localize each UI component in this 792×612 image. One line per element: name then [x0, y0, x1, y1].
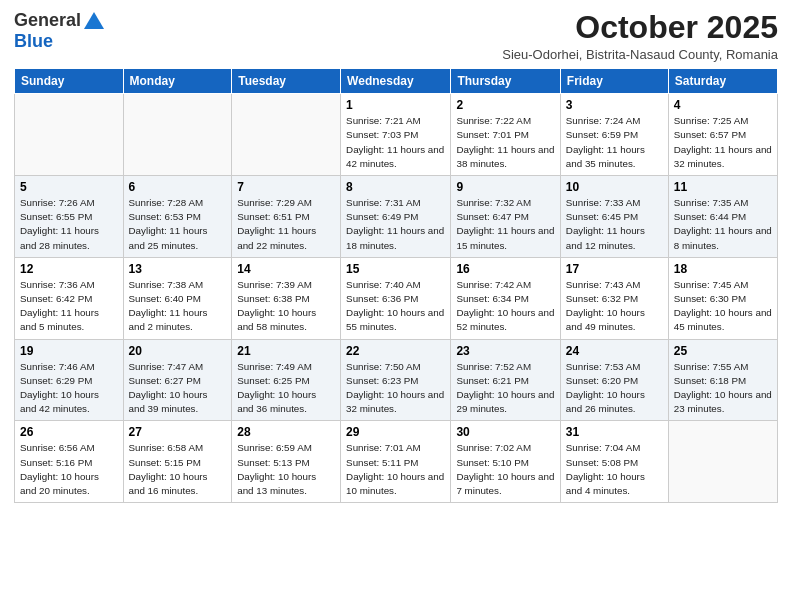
day-number: 1: [346, 98, 445, 112]
day-number: 6: [129, 180, 227, 194]
day-info: Sunrise: 7:47 AM Sunset: 6:27 PM Dayligh…: [129, 360, 227, 417]
day-number: 15: [346, 262, 445, 276]
calendar-cell: 23Sunrise: 7:52 AM Sunset: 6:21 PM Dayli…: [451, 339, 560, 421]
calendar-cell: 15Sunrise: 7:40 AM Sunset: 6:36 PM Dayli…: [341, 257, 451, 339]
day-number: 26: [20, 425, 118, 439]
calendar-table: SundayMondayTuesdayWednesdayThursdayFrid…: [14, 68, 778, 503]
calendar-cell: 16Sunrise: 7:42 AM Sunset: 6:34 PM Dayli…: [451, 257, 560, 339]
day-number: 3: [566, 98, 663, 112]
calendar-cell: 22Sunrise: 7:50 AM Sunset: 6:23 PM Dayli…: [341, 339, 451, 421]
day-info: Sunrise: 6:56 AM Sunset: 5:16 PM Dayligh…: [20, 441, 118, 498]
day-number: 27: [129, 425, 227, 439]
calendar-cell: 21Sunrise: 7:49 AM Sunset: 6:25 PM Dayli…: [232, 339, 341, 421]
calendar-week-row: 5Sunrise: 7:26 AM Sunset: 6:55 PM Daylig…: [15, 176, 778, 258]
day-info: Sunrise: 7:38 AM Sunset: 6:40 PM Dayligh…: [129, 278, 227, 335]
day-number: 18: [674, 262, 772, 276]
weekday-header-monday: Monday: [123, 69, 232, 94]
day-number: 8: [346, 180, 445, 194]
day-info: Sunrise: 7:43 AM Sunset: 6:32 PM Dayligh…: [566, 278, 663, 335]
calendar-cell: 8Sunrise: 7:31 AM Sunset: 6:49 PM Daylig…: [341, 176, 451, 258]
logo-triangle-icon: [83, 11, 105, 31]
day-info: Sunrise: 7:32 AM Sunset: 6:47 PM Dayligh…: [456, 196, 554, 253]
day-info: Sunrise: 7:53 AM Sunset: 6:20 PM Dayligh…: [566, 360, 663, 417]
day-info: Sunrise: 7:02 AM Sunset: 5:10 PM Dayligh…: [456, 441, 554, 498]
day-info: Sunrise: 6:59 AM Sunset: 5:13 PM Dayligh…: [237, 441, 335, 498]
calendar-cell: 3Sunrise: 7:24 AM Sunset: 6:59 PM Daylig…: [560, 94, 668, 176]
weekday-header-saturday: Saturday: [668, 69, 777, 94]
calendar-header-row: SundayMondayTuesdayWednesdayThursdayFrid…: [15, 69, 778, 94]
calendar-cell: [15, 94, 124, 176]
calendar-cell: 9Sunrise: 7:32 AM Sunset: 6:47 PM Daylig…: [451, 176, 560, 258]
calendar-cell: 5Sunrise: 7:26 AM Sunset: 6:55 PM Daylig…: [15, 176, 124, 258]
calendar-cell: 11Sunrise: 7:35 AM Sunset: 6:44 PM Dayli…: [668, 176, 777, 258]
day-info: Sunrise: 7:49 AM Sunset: 6:25 PM Dayligh…: [237, 360, 335, 417]
weekday-header-thursday: Thursday: [451, 69, 560, 94]
day-info: Sunrise: 7:24 AM Sunset: 6:59 PM Dayligh…: [566, 114, 663, 171]
day-info: Sunrise: 7:46 AM Sunset: 6:29 PM Dayligh…: [20, 360, 118, 417]
weekday-header-tuesday: Tuesday: [232, 69, 341, 94]
calendar-cell: 14Sunrise: 7:39 AM Sunset: 6:38 PM Dayli…: [232, 257, 341, 339]
day-info: Sunrise: 7:40 AM Sunset: 6:36 PM Dayligh…: [346, 278, 445, 335]
calendar-cell: 4Sunrise: 7:25 AM Sunset: 6:57 PM Daylig…: [668, 94, 777, 176]
calendar-cell: 6Sunrise: 7:28 AM Sunset: 6:53 PM Daylig…: [123, 176, 232, 258]
calendar-cell: 7Sunrise: 7:29 AM Sunset: 6:51 PM Daylig…: [232, 176, 341, 258]
calendar-cell: 30Sunrise: 7:02 AM Sunset: 5:10 PM Dayli…: [451, 421, 560, 503]
calendar-cell: 13Sunrise: 7:38 AM Sunset: 6:40 PM Dayli…: [123, 257, 232, 339]
location-subtitle: Sieu-Odorhei, Bistrita-Nasaud County, Ro…: [502, 47, 778, 62]
weekday-header-friday: Friday: [560, 69, 668, 94]
calendar-week-row: 19Sunrise: 7:46 AM Sunset: 6:29 PM Dayli…: [15, 339, 778, 421]
day-info: Sunrise: 7:04 AM Sunset: 5:08 PM Dayligh…: [566, 441, 663, 498]
header: General Blue October 2025 Sieu-Odorhei, …: [14, 10, 778, 62]
day-number: 31: [566, 425, 663, 439]
day-number: 7: [237, 180, 335, 194]
day-info: Sunrise: 7:33 AM Sunset: 6:45 PM Dayligh…: [566, 196, 663, 253]
day-number: 12: [20, 262, 118, 276]
day-info: Sunrise: 7:45 AM Sunset: 6:30 PM Dayligh…: [674, 278, 772, 335]
calendar-cell: 27Sunrise: 6:58 AM Sunset: 5:15 PM Dayli…: [123, 421, 232, 503]
page: General Blue October 2025 Sieu-Odorhei, …: [0, 0, 792, 612]
day-info: Sunrise: 7:52 AM Sunset: 6:21 PM Dayligh…: [456, 360, 554, 417]
day-number: 5: [20, 180, 118, 194]
calendar-cell: 17Sunrise: 7:43 AM Sunset: 6:32 PM Dayli…: [560, 257, 668, 339]
calendar-cell: 29Sunrise: 7:01 AM Sunset: 5:11 PM Dayli…: [341, 421, 451, 503]
calendar-week-row: 1Sunrise: 7:21 AM Sunset: 7:03 PM Daylig…: [15, 94, 778, 176]
day-number: 30: [456, 425, 554, 439]
day-number: 23: [456, 344, 554, 358]
day-number: 4: [674, 98, 772, 112]
calendar-cell: 20Sunrise: 7:47 AM Sunset: 6:27 PM Dayli…: [123, 339, 232, 421]
day-number: 2: [456, 98, 554, 112]
calendar-cell: [232, 94, 341, 176]
day-number: 13: [129, 262, 227, 276]
day-number: 28: [237, 425, 335, 439]
day-number: 21: [237, 344, 335, 358]
day-info: Sunrise: 7:26 AM Sunset: 6:55 PM Dayligh…: [20, 196, 118, 253]
calendar-week-row: 26Sunrise: 6:56 AM Sunset: 5:16 PM Dayli…: [15, 421, 778, 503]
calendar-cell: [668, 421, 777, 503]
calendar-cell: 19Sunrise: 7:46 AM Sunset: 6:29 PM Dayli…: [15, 339, 124, 421]
weekday-header-sunday: Sunday: [15, 69, 124, 94]
calendar-cell: 10Sunrise: 7:33 AM Sunset: 6:45 PM Dayli…: [560, 176, 668, 258]
day-info: Sunrise: 7:36 AM Sunset: 6:42 PM Dayligh…: [20, 278, 118, 335]
calendar-cell: 28Sunrise: 6:59 AM Sunset: 5:13 PM Dayli…: [232, 421, 341, 503]
day-info: Sunrise: 7:22 AM Sunset: 7:01 PM Dayligh…: [456, 114, 554, 171]
day-info: Sunrise: 7:55 AM Sunset: 6:18 PM Dayligh…: [674, 360, 772, 417]
title-section: October 2025 Sieu-Odorhei, Bistrita-Nasa…: [502, 10, 778, 62]
day-info: Sunrise: 7:42 AM Sunset: 6:34 PM Dayligh…: [456, 278, 554, 335]
day-info: Sunrise: 7:29 AM Sunset: 6:51 PM Dayligh…: [237, 196, 335, 253]
day-number: 14: [237, 262, 335, 276]
day-number: 20: [129, 344, 227, 358]
calendar-cell: 2Sunrise: 7:22 AM Sunset: 7:01 PM Daylig…: [451, 94, 560, 176]
calendar-cell: 18Sunrise: 7:45 AM Sunset: 6:30 PM Dayli…: [668, 257, 777, 339]
day-number: 22: [346, 344, 445, 358]
logo: General Blue: [14, 10, 105, 52]
day-number: 19: [20, 344, 118, 358]
day-number: 9: [456, 180, 554, 194]
day-info: Sunrise: 7:50 AM Sunset: 6:23 PM Dayligh…: [346, 360, 445, 417]
day-number: 10: [566, 180, 663, 194]
month-title: October 2025: [502, 10, 778, 45]
calendar-cell: 31Sunrise: 7:04 AM Sunset: 5:08 PM Dayli…: [560, 421, 668, 503]
weekday-header-wednesday: Wednesday: [341, 69, 451, 94]
calendar-week-row: 12Sunrise: 7:36 AM Sunset: 6:42 PM Dayli…: [15, 257, 778, 339]
day-info: Sunrise: 6:58 AM Sunset: 5:15 PM Dayligh…: [129, 441, 227, 498]
day-info: Sunrise: 7:01 AM Sunset: 5:11 PM Dayligh…: [346, 441, 445, 498]
